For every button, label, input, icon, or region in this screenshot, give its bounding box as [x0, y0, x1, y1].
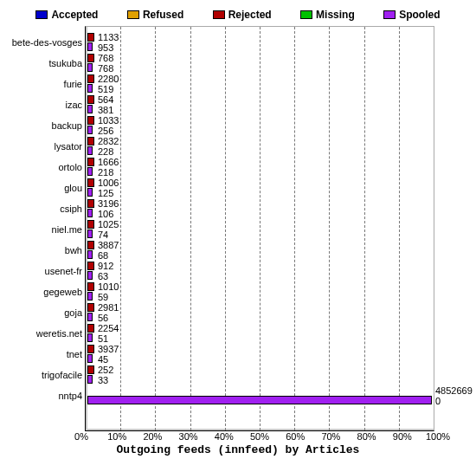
table-row: glou1006125 — [86, 178, 434, 198]
table-row: tsukuba768768 — [86, 53, 434, 74]
category-label: niel.me — [4, 219, 86, 240]
category-label: tsukuba — [4, 53, 86, 74]
category-label: izac — [4, 94, 86, 115]
legend-label: Missing — [316, 9, 355, 21]
swatch-missing — [300, 10, 312, 19]
swatch-rejected — [213, 10, 225, 19]
table-row: bete-des-vosges1133953 — [86, 32, 434, 53]
table-row: izac564381 — [86, 94, 434, 115]
value-label: 74 — [98, 230, 108, 240]
x-tick: 30% — [179, 431, 198, 442]
bar-spooled — [87, 105, 93, 113]
x-tick: 40% — [215, 431, 234, 442]
swatch-refused — [127, 10, 139, 19]
value-label: 2254 — [98, 323, 119, 333]
value-label: 56 — [98, 313, 108, 323]
value-label: 63 — [98, 271, 108, 281]
x-tick: 50% — [250, 431, 269, 442]
bar-rejected — [87, 262, 94, 270]
table-row: usenet-fr91263 — [86, 261, 434, 281]
category-label: trigofacile — [4, 365, 86, 385]
category-label: csiph — [4, 198, 86, 219]
category-label: glou — [4, 178, 86, 198]
value-label: 228 — [98, 146, 113, 157]
value-label: 953 — [98, 42, 113, 53]
table-row: csiph3196106 — [86, 198, 434, 219]
value-label: 519 — [98, 84, 113, 94]
bar-spooled — [87, 333, 93, 342]
category-label: nntp4 — [4, 385, 86, 406]
value-label: 33 — [98, 375, 108, 385]
category-label: backup — [4, 115, 86, 136]
bar-rejected — [87, 137, 94, 145]
bar-rejected — [87, 33, 94, 42]
bar-rejected — [87, 95, 94, 104]
legend-item-rejected: Rejected — [213, 9, 272, 21]
bar-rejected — [87, 158, 94, 166]
x-axis: 0%10%20%30%40%50%60%70%80%90%100% — [81, 431, 438, 443]
table-row: bwh388768 — [86, 240, 434, 261]
table-row: backup1033256 — [86, 115, 434, 136]
swatch-spooled — [383, 10, 396, 19]
chart-title: Outgoing feeds (innfeed) by Articles — [0, 443, 476, 456]
x-tick: 10% — [107, 431, 126, 442]
value-label: 3887 — [98, 240, 119, 250]
category-label: lysator — [4, 136, 86, 157]
value-label: 768 — [98, 63, 113, 74]
value-label: 0 — [434, 396, 441, 406]
legend-label: Spooled — [399, 9, 440, 21]
bar-spooled — [87, 167, 93, 176]
value-label: 106 — [98, 209, 113, 219]
legend-item-missing: Missing — [300, 9, 355, 21]
plot-area: bete-des-vosges1133953tsukuba768768furie… — [85, 26, 434, 431]
value-label: 1666 — [98, 157, 119, 167]
bar-rejected — [87, 303, 94, 312]
bar-spooled — [87, 354, 93, 363]
bar-rejected — [87, 178, 94, 187]
table-row: furie2280519 — [86, 74, 434, 94]
bar-spooled — [87, 42, 93, 51]
bar-spooled — [87, 396, 432, 404]
value-label: 3196 — [98, 198, 119, 209]
bar-spooled — [87, 292, 93, 301]
table-row: ortolo1666218 — [86, 157, 434, 178]
bar-spooled — [87, 313, 93, 321]
legend: Accepted Refused Rejected Missing Spoole… — [3, 3, 473, 26]
bar-rejected — [87, 74, 94, 83]
table-row: tnet393745 — [86, 344, 434, 365]
x-tick: 100% — [426, 431, 450, 442]
bar-spooled — [87, 375, 93, 384]
x-tick: 60% — [286, 431, 305, 442]
table-row: trigofacile25233 — [86, 365, 434, 385]
bar-spooled — [87, 209, 93, 217]
value-label: 68 — [98, 250, 108, 261]
bar-rejected — [87, 282, 94, 291]
value-label: 564 — [98, 94, 113, 105]
value-label: 2832 — [98, 136, 119, 146]
table-row: goja298156 — [86, 302, 434, 323]
category-label: bwh — [4, 240, 86, 261]
value-label: 125 — [98, 188, 113, 198]
legend-item-refused: Refused — [127, 9, 183, 21]
value-label: 2280 — [98, 74, 119, 84]
value-label: 1033 — [98, 115, 119, 126]
table-row: weretis.net225451 — [86, 323, 434, 344]
value-label: 252 — [98, 365, 113, 375]
category-label: weretis.net — [4, 323, 86, 344]
value-label: 45 — [98, 354, 108, 365]
x-tick: 70% — [321, 431, 340, 442]
value-label: 59 — [98, 292, 108, 302]
value-label: 218 — [98, 167, 113, 178]
value-label: 1025 — [98, 219, 119, 230]
legend-label: Refused — [143, 9, 183, 21]
table-row: gegeweb101059 — [86, 281, 434, 302]
bar-rejected — [87, 54, 94, 62]
bar-rejected — [87, 220, 94, 229]
legend-label: Rejected — [228, 9, 272, 21]
chart-container: Accepted Refused Rejected Missing Spoole… — [0, 0, 476, 459]
bar-rejected — [87, 199, 94, 208]
bar-rejected — [87, 365, 94, 374]
swatch-accepted — [35, 10, 48, 19]
table-row: niel.me102574 — [86, 219, 434, 240]
value-label: 768 — [98, 53, 113, 63]
